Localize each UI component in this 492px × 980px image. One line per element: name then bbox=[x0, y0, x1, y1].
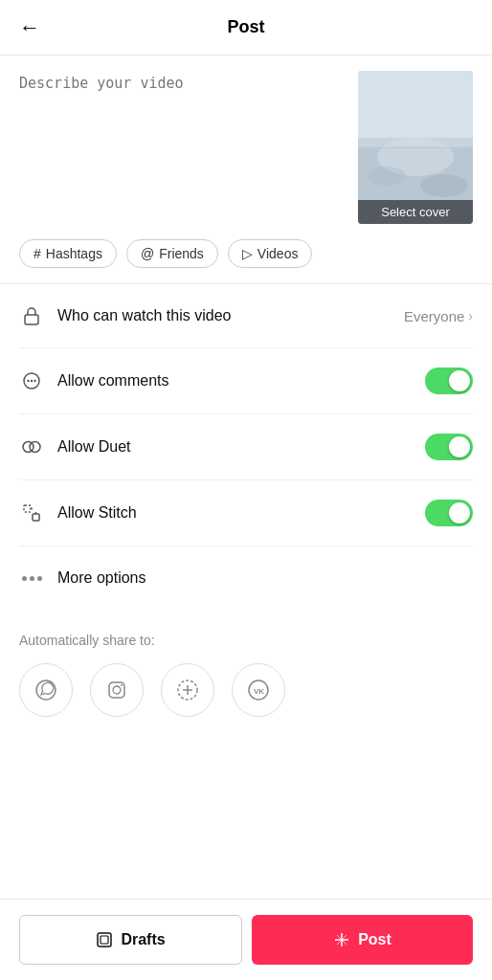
svg-rect-7 bbox=[25, 315, 38, 324]
lock-icon bbox=[19, 303, 44, 328]
dot-1 bbox=[22, 576, 27, 581]
videos-button[interactable]: ▷ Videos bbox=[228, 239, 313, 268]
svg-point-3 bbox=[368, 167, 406, 186]
svg-point-9 bbox=[27, 380, 29, 382]
tag-section: # Hashtags @ Friends ▷ Videos bbox=[0, 239, 492, 283]
svg-point-21 bbox=[121, 684, 123, 686]
cover-container[interactable]: Select cover bbox=[358, 71, 473, 224]
drafts-button[interactable]: Drafts bbox=[19, 915, 242, 965]
back-button[interactable]: ← bbox=[19, 15, 40, 40]
post-label: Post bbox=[358, 931, 391, 948]
hashtag-icon: # bbox=[34, 246, 41, 261]
svg-point-11 bbox=[34, 380, 35, 382]
post-sparkle-icon bbox=[333, 931, 350, 948]
comment-icon bbox=[19, 368, 44, 393]
svg-point-10 bbox=[31, 380, 33, 382]
who-can-watch-item[interactable]: Who can watch this video Everyone › bbox=[19, 284, 473, 348]
bottom-bar: Drafts Post bbox=[0, 899, 492, 980]
allow-comments-item: Allow comments bbox=[19, 348, 473, 414]
toggle-knob-duet bbox=[449, 436, 470, 457]
share-section: Automatically share to: bbox=[0, 610, 492, 732]
who-can-watch-value: Everyone bbox=[404, 308, 464, 324]
add-platform-button[interactable] bbox=[161, 663, 214, 717]
dot-2 bbox=[30, 576, 34, 581]
post-button[interactable]: Post bbox=[252, 915, 473, 965]
hashtags-button[interactable]: # Hashtags bbox=[19, 239, 117, 268]
who-can-watch-label: Who can watch this video bbox=[57, 307, 391, 324]
allow-stitch-label: Allow Stitch bbox=[57, 504, 412, 522]
dot-3 bbox=[37, 576, 42, 581]
whatsapp-button[interactable] bbox=[19, 663, 73, 717]
friends-label: Friends bbox=[159, 246, 204, 261]
drafts-icon bbox=[96, 931, 113, 948]
more-options-item[interactable]: More options bbox=[19, 546, 473, 610]
share-title: Automatically share to: bbox=[19, 633, 473, 648]
toggle-knob bbox=[449, 370, 470, 391]
stitch-icon bbox=[19, 501, 44, 525]
play-icon: ▷ bbox=[242, 246, 253, 261]
videos-label: Videos bbox=[257, 246, 299, 261]
more-options-label: More options bbox=[57, 569, 473, 587]
svg-rect-5 bbox=[358, 71, 473, 138]
svg-rect-27 bbox=[98, 933, 111, 947]
header: ← Post bbox=[0, 0, 492, 56]
cover-label[interactable]: Select cover bbox=[358, 200, 473, 224]
allow-comments-label: Allow comments bbox=[57, 372, 412, 390]
settings-list: Who can watch this video Everyone › Allo… bbox=[0, 284, 492, 610]
hashtags-label: Hashtags bbox=[46, 246, 102, 261]
toggle-knob-stitch bbox=[449, 502, 470, 523]
svg-rect-15 bbox=[33, 514, 39, 521]
allow-stitch-item: Allow Stitch bbox=[19, 480, 473, 546]
at-icon: @ bbox=[141, 246, 154, 261]
svg-rect-14 bbox=[24, 505, 31, 512]
friends-button[interactable]: @ Friends bbox=[126, 239, 218, 268]
instagram-button[interactable] bbox=[90, 663, 144, 717]
allow-comments-toggle[interactable] bbox=[425, 368, 473, 394]
more-options-icon bbox=[19, 566, 44, 590]
svg-rect-28 bbox=[101, 936, 108, 944]
svg-text:VK: VK bbox=[254, 687, 264, 696]
svg-point-13 bbox=[30, 442, 40, 453]
drafts-label: Drafts bbox=[121, 931, 165, 948]
description-input[interactable] bbox=[19, 71, 343, 224]
allow-duet-toggle[interactable] bbox=[425, 434, 473, 460]
svg-point-20 bbox=[113, 686, 121, 694]
svg-point-4 bbox=[420, 174, 468, 197]
allow-duet-label: Allow Duet bbox=[57, 438, 412, 456]
page-title: Post bbox=[227, 17, 264, 37]
vk-button[interactable]: VK bbox=[232, 663, 285, 717]
duet-icon bbox=[19, 434, 44, 459]
allow-stitch-toggle[interactable] bbox=[425, 500, 473, 526]
share-icons: VK bbox=[19, 663, 473, 717]
who-can-watch-right: Everyone › bbox=[404, 308, 473, 324]
chevron-right-icon: › bbox=[468, 308, 473, 323]
description-section: Select cover bbox=[0, 56, 492, 239]
allow-duet-item: Allow Duet bbox=[19, 414, 473, 480]
